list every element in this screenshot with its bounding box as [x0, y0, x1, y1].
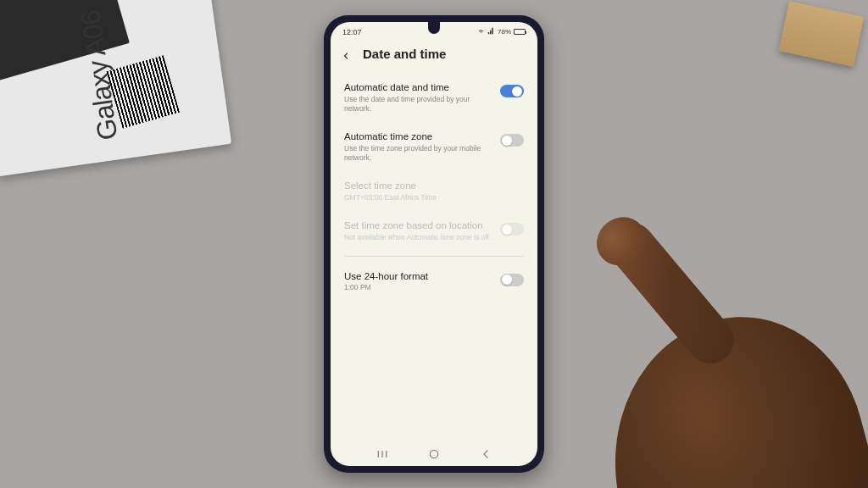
nav-back-button[interactable]: [479, 447, 492, 461]
toggle-location-time-zone: [500, 223, 524, 236]
battery-percent: 78%: [498, 28, 511, 36]
settings-header: Date and time: [331, 38, 537, 73]
back-icon[interactable]: [341, 49, 351, 59]
setting-auto-date-time[interactable]: Automatic date and time Use the date and…: [344, 73, 524, 122]
phone-device: 12:07 78% Date and time Automatic: [324, 15, 544, 473]
toggle-auto-date-time[interactable]: [500, 85, 524, 97]
setting-subtitle: GMT+03:00 East Africa Time: [344, 193, 524, 202]
navigation-bar: [331, 441, 537, 466]
product-box: Galaxy A06: [0, 0, 231, 176]
setting-subtitle: Use the time zone provided by your mobil…: [344, 144, 493, 163]
svg-point-3: [430, 450, 437, 458]
setting-subtitle: Not available when Automatic time zone i…: [344, 233, 493, 242]
home-button[interactable]: [427, 447, 441, 461]
wifi-icon: [477, 27, 485, 36]
setting-subtitle: 1:00 PM: [344, 283, 493, 292]
setting-subtitle: Use the date and time provided by your n…: [344, 95, 493, 114]
page-title: Date and time: [363, 47, 446, 61]
signal-icon: [487, 27, 495, 36]
setting-title: Use 24-hour format: [344, 270, 493, 283]
setting-24h-format[interactable]: Use 24-hour format 1:00 PM: [344, 262, 524, 302]
divider: [344, 256, 524, 257]
settings-content: Automatic date and time Use the date and…: [331, 73, 537, 441]
toggle-auto-time-zone[interactable]: [500, 134, 524, 147]
recents-button[interactable]: [376, 447, 389, 461]
setting-title: Automatic time zone: [344, 130, 493, 143]
hand: [529, 183, 868, 488]
phone-screen: 12:07 78% Date and time Automatic: [331, 22, 537, 466]
wood-block-prop: [779, 1, 865, 66]
toggle-24h-format[interactable]: [500, 274, 524, 286]
setting-title: Select time zone: [344, 180, 524, 192]
setting-location-time-zone: Set time zone based on location Not avai…: [344, 211, 524, 251]
setting-title: Automatic date and time: [344, 81, 493, 94]
setting-auto-time-zone[interactable]: Automatic time zone Use the time zone pr…: [344, 122, 524, 171]
status-time: 12:07: [342, 28, 362, 36]
setting-title: Set time zone based on location: [344, 219, 493, 232]
setting-select-time-zone: Select time zone GMT+03:00 East Africa T…: [344, 171, 524, 211]
camera-notch: [428, 22, 440, 34]
battery-icon: [514, 29, 526, 35]
